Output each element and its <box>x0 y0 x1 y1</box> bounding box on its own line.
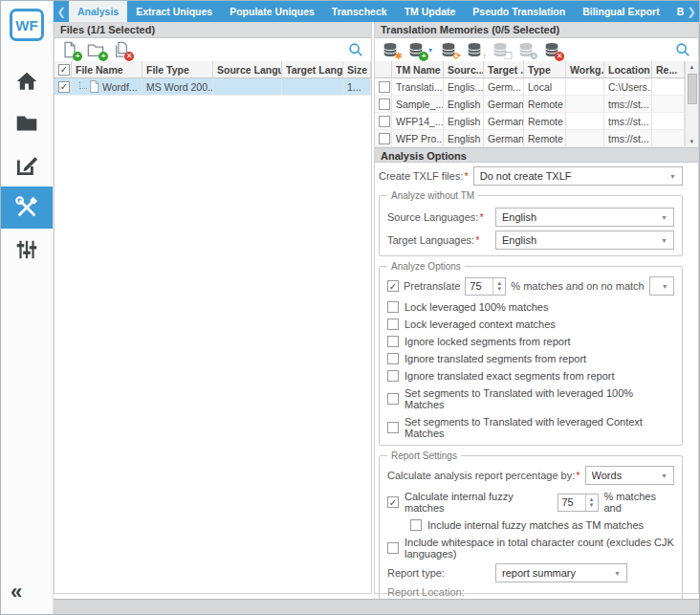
home-icon <box>14 69 39 94</box>
column-header[interactable]: Target ... <box>484 61 524 77</box>
column-header[interactable]: File Name <box>72 61 142 77</box>
tab-tm-update[interactable]: TM Update <box>396 1 465 22</box>
column-header[interactable]: Target Langua... <box>282 61 343 77</box>
column-header[interactable]: Type <box>524 61 566 77</box>
sidebar-item-tools[interactable] <box>1 187 53 229</box>
lock-leveraged-context-matches-checkbox[interactable] <box>387 318 399 330</box>
tab-bilingual-export[interactable]: Bilingual Export <box>574 1 668 22</box>
table-row[interactable]: WFP14_...EnglishGermanRemotetms://st... <box>375 113 685 130</box>
remove-tm-icon[interactable]: ✕ <box>542 40 561 59</box>
column-header[interactable]: Re... <box>652 61 685 77</box>
checkbox-label: Ignore translated segments from report <box>405 353 586 364</box>
checkbox-label: Lock leveraged 100% matches <box>405 301 548 313</box>
spinner-arrows-icon[interactable]: ▲▼ <box>585 494 598 511</box>
files-toolbar: ++✕ <box>55 38 371 61</box>
column-header[interactable]: TM Name <box>392 61 444 77</box>
column-header[interactable]: File Type <box>142 61 213 77</box>
translation-memories-panel: Translation Memories (0/5 Selected) ✱+▾⟳… <box>374 22 699 594</box>
create-tm-icon[interactable]: ✱ <box>381 40 400 59</box>
report-type-select[interactable]: report summary▼ <box>495 563 627 582</box>
tab-analysis[interactable]: Analysis <box>69 1 127 22</box>
internal-fuzzy-label: Calculate internal fuzzy matches <box>405 491 552 514</box>
set-segments-to-translated-with-leveraged-100-matches-checkbox[interactable] <box>387 393 399 405</box>
select-all-files-checkbox[interactable] <box>58 64 70 76</box>
report-type-label: Report type: <box>387 567 491 579</box>
table-row[interactable]: Translati...Englis...Germ...LocalC:\User… <box>375 78 685 96</box>
search-icon[interactable] <box>346 40 365 59</box>
ignore-locked-segments-from-report-checkbox[interactable] <box>387 336 399 347</box>
import-tm-icon[interactable]: ↑ <box>465 40 484 59</box>
column-header[interactable]: Source Langu... <box>213 61 282 77</box>
column-header[interactable]: Location <box>604 61 652 77</box>
files-table-header: File NameFile TypeSource Langu...Target … <box>55 61 371 78</box>
fuzzy-suffix-label: % matches and <box>604 491 675 514</box>
column-header[interactable]: Sourc... <box>444 61 484 77</box>
tm-row-checkbox[interactable] <box>379 99 390 110</box>
sidebar-item-home[interactable] <box>1 60 53 102</box>
files-table: File NameFile TypeSource Langu...Target … <box>55 61 371 96</box>
add-folder-icon[interactable]: + <box>86 40 105 59</box>
analyze-options-group: Analyze Options Pretranslate 75 ▲▼ % mat… <box>379 261 683 446</box>
tab-populate-uniques[interactable]: Populate Uniques <box>221 1 323 22</box>
scroll-down-icon[interactable]: ▼ <box>689 136 695 147</box>
target-languages-select[interactable]: English▼ <box>495 231 674 250</box>
folder-icon <box>14 111 39 136</box>
edit-icon <box>14 153 39 178</box>
internal-fuzzy-checkbox[interactable] <box>387 496 399 508</box>
add-file-icon[interactable]: + <box>60 40 79 59</box>
calc-percentage-select[interactable]: Words▼ <box>585 466 674 485</box>
tm-table-scrollbar[interactable]: ▲ ▼ <box>685 61 698 147</box>
whitespace-checkbox[interactable] <box>387 542 399 554</box>
ignore-translated-segments-from-report-checkbox[interactable] <box>387 353 399 364</box>
source-languages-select[interactable]: English▼ <box>495 208 674 227</box>
column-header[interactable]: Workg... <box>566 61 604 77</box>
tm-table-wrap: TM NameSourc...Target ...TypeWorkg...Loc… <box>375 61 698 147</box>
column-header[interactable]: Size <box>343 61 371 77</box>
pretranslate-threshold-spinner[interactable]: 75 ▲▼ <box>465 277 506 296</box>
source-languages-label: Source Languages:* <box>387 211 491 223</box>
tm-panel-title: Translation Memories (0/5 Selected) <box>375 22 698 38</box>
set-segments-to-translated-with-leveraged-context-matches-checkbox[interactable] <box>387 422 399 433</box>
table-row[interactable]: Sample_...EnglishGermanRemotetms://st... <box>375 96 685 113</box>
tab-bilingual-import[interactable]: Bilingual Import <box>668 1 684 22</box>
sidebar-item-sliders[interactable] <box>1 229 53 271</box>
checkbox-label: Lock leveraged context matches <box>405 318 556 330</box>
tab-pseudo-translation[interactable]: Pseudo Translation <box>464 1 574 22</box>
status-bar <box>54 599 699 614</box>
sidebar-item-edit[interactable] <box>1 144 53 187</box>
tab-transcheck[interactable]: Transcheck <box>323 1 396 22</box>
files-empty-area <box>55 96 371 593</box>
wordfast-logo: WF <box>10 9 44 41</box>
analyze-without-tm-group: Analyze without TM Source Languages:* En… <box>379 190 683 256</box>
scrollbar-thumb[interactable] <box>688 74 697 104</box>
lock-leveraged-100-matches-checkbox[interactable] <box>387 301 399 313</box>
tabs-scroll-right-icon[interactable]: ❯ <box>684 1 699 22</box>
collapse-sidebar-icon[interactable]: « <box>11 582 22 603</box>
connect-tm-icon[interactable]: ⟳ <box>439 40 458 59</box>
fuzzy-threshold-spinner[interactable]: 75 ▲▼ <box>558 494 599 512</box>
no-match-action-select[interactable]: Copy Source (clears ex▼ <box>649 276 674 296</box>
tm-toolbar: ✱+▾⟳↑❐⚙✕ <box>375 38 698 61</box>
content: Files (1/1 Selected) ++✕ File NameFile T… <box>54 22 699 594</box>
spinner-arrows-icon[interactable]: ▲▼ <box>492 278 505 295</box>
fuzzy-as-tm-checkbox[interactable] <box>410 519 422 531</box>
file-row-checkbox[interactable] <box>58 81 70 93</box>
tm-row-checkbox[interactable] <box>379 116 390 127</box>
tm-row-checkbox[interactable] <box>379 81 390 93</box>
scroll-up-icon[interactable]: ▲ <box>689 61 695 73</box>
search-icon[interactable] <box>673 40 692 59</box>
sidebar-item-folder[interactable] <box>1 102 53 144</box>
tm-row-checkbox[interactable] <box>379 133 390 144</box>
ignore-translated-exact-segments-from-report-checkbox[interactable] <box>387 370 399 382</box>
remove-file-icon[interactable]: ✕ <box>112 40 131 59</box>
tm-table-header: TM NameSourc...Target ...TypeWorkg...Loc… <box>375 61 685 78</box>
dropdown-caret-icon[interactable]: ▾ <box>428 46 432 55</box>
create-txlf-select[interactable]: Do not create TXLF▼ <box>473 166 683 186</box>
tab-extract-uniques[interactable]: Extract Uniques <box>127 1 221 22</box>
tabs-scroll-left-icon[interactable]: ❮ <box>54 1 69 22</box>
table-row[interactable]: Wordf...MS Word 200...1... <box>55 78 371 96</box>
pretranslate-checkbox[interactable] <box>387 280 399 292</box>
open-tm-icon: ❐ <box>491 40 510 59</box>
add-tm-icon[interactable]: + <box>406 40 426 59</box>
table-row[interactable]: WFP Pro...EnglishGermanRemotetms://st... <box>375 130 685 147</box>
